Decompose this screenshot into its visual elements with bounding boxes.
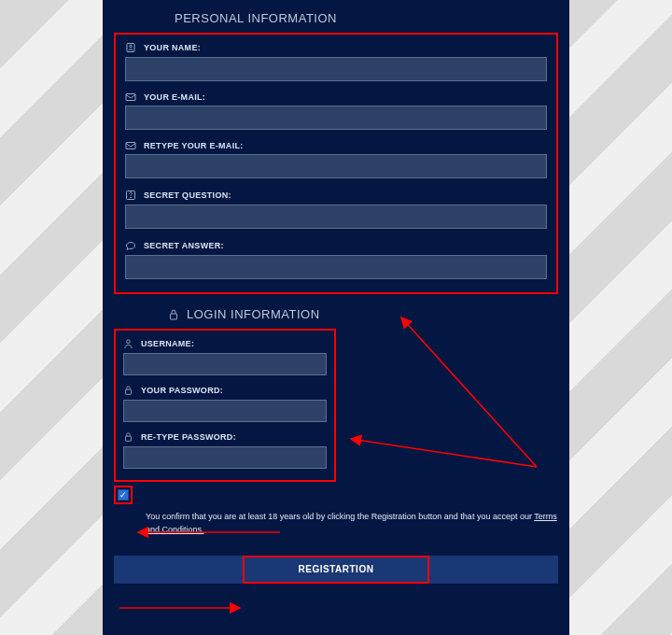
secret-answer-field: SECRET ANSWER: xyxy=(125,240,547,279)
retype-password-field: RE-TYPE PASSWORD: xyxy=(123,431,327,469)
your-email-field: YOUR E-MAIL: xyxy=(125,92,547,130)
svg-point-5 xyxy=(131,197,132,198)
svg-rect-9 xyxy=(126,436,132,441)
your-name-field: YOUR NAME: xyxy=(125,42,547,81)
confirm-row: ✓ xyxy=(114,486,558,504)
envelope-icon xyxy=(125,92,136,102)
your-name-label: YOUR NAME: xyxy=(125,42,547,53)
svg-point-1 xyxy=(130,45,133,48)
personal-info-highlight-box: YOUR NAME: YOUR E-MAIL: RETYPE YOUR E-MA… xyxy=(114,33,558,294)
personal-info-title-text: PERSONAL INFORMATION xyxy=(175,11,337,25)
retype-email-input[interactable] xyxy=(125,154,547,178)
retype-email-field: RETYPE YOUR E-MAIL: xyxy=(125,141,547,178)
lock-icon xyxy=(123,385,133,396)
login-info-title: LOGIN INFORMATION xyxy=(168,307,558,321)
secret-question-label: SECRET QUESTION: xyxy=(125,190,547,201)
speech-icon xyxy=(125,240,136,251)
password-field: YOUR PASSWORD: xyxy=(123,385,327,422)
registration-button[interactable]: REGISTARTION xyxy=(243,556,429,584)
secret-question-field: SECRET QUESTION: xyxy=(125,190,547,229)
secret-question-input[interactable] xyxy=(125,205,547,229)
retype-email-label: RETYPE YOUR E-MAIL: xyxy=(125,141,547,150)
retype-password-input[interactable] xyxy=(123,446,327,469)
username-field: USERNAME: xyxy=(123,338,327,375)
username-label: USERNAME: xyxy=(123,338,327,349)
age-confirm-checkbox[interactable]: ✓ xyxy=(118,489,129,501)
lock-icon xyxy=(168,308,179,321)
question-icon xyxy=(125,190,136,201)
login-info-highlight-box: USERNAME: YOUR PASSWORD: RE-TYPE PASSWOR… xyxy=(114,329,336,482)
personal-info-title: PERSONAL INFORMATION xyxy=(175,11,558,25)
register-bar: REGISTARTION xyxy=(114,556,558,584)
your-email-label: YOUR E-MAIL: xyxy=(125,92,547,102)
login-info-title-text: LOGIN INFORMATION xyxy=(187,307,320,321)
login-info-section: LOGIN INFORMATION USERNAME: YOUR PASSWOR… xyxy=(114,307,558,584)
password-input[interactable] xyxy=(123,400,327,422)
secret-answer-label: SECRET ANSWER: xyxy=(125,240,547,251)
confirm-text: You confirm that you are at least 18 yea… xyxy=(146,510,564,537)
username-input[interactable] xyxy=(123,353,327,375)
user-icon xyxy=(123,338,133,349)
secret-answer-input[interactable] xyxy=(125,255,547,279)
registration-panel: PERSONAL INFORMATION YOUR NAME: YOUR E-M… xyxy=(103,0,569,635)
svg-rect-2 xyxy=(126,94,135,101)
lock-icon xyxy=(123,431,133,443)
retype-password-label: RE-TYPE PASSWORD: xyxy=(123,431,327,443)
svg-rect-3 xyxy=(126,143,135,149)
envelope-icon xyxy=(125,141,136,150)
svg-rect-6 xyxy=(171,314,177,319)
password-label: YOUR PASSWORD: xyxy=(123,385,327,396)
checkbox-highlight: ✓ xyxy=(114,486,133,504)
svg-point-7 xyxy=(127,340,131,344)
your-email-input[interactable] xyxy=(125,106,547,130)
your-name-input[interactable] xyxy=(125,57,547,81)
svg-rect-8 xyxy=(126,389,132,394)
person-icon xyxy=(125,42,136,53)
